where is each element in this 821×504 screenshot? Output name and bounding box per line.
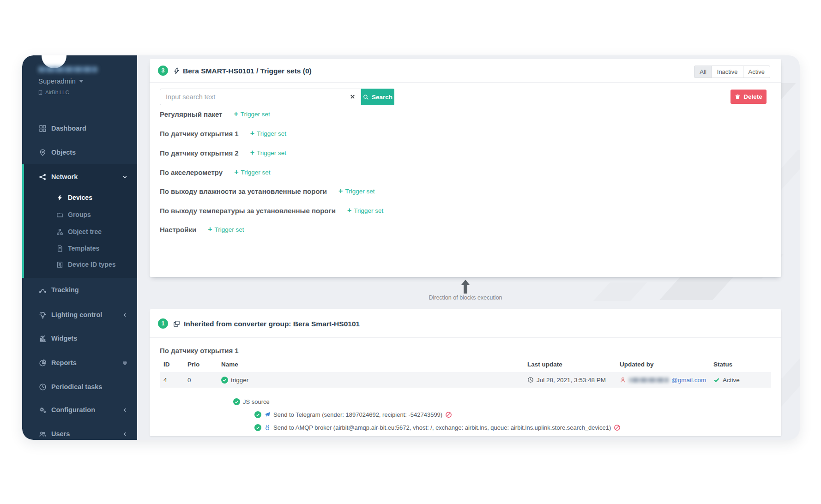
filter-inactive-button[interactable]: Inactive [712, 66, 743, 78]
sidebar-item-device-id-types[interactable]: Device ID types [22, 259, 137, 270]
chevron-left-icon [122, 431, 128, 437]
gears-icon [38, 406, 47, 414]
caret-down-icon [79, 80, 84, 83]
trigger-group-row: По выходу температуры за установленные п… [160, 205, 383, 216]
add-trigger-set-link[interactable]: +Trigger set [208, 226, 244, 233]
col-header-status: Status [710, 361, 771, 368]
trigger-group-name: По выходу влажности за установленные пор… [160, 187, 327, 195]
clock-icon [38, 383, 47, 391]
search-field-wrap [160, 89, 361, 105]
sidebar-item-label: Groups [68, 211, 91, 218]
company-label: AirBit LLC [45, 90, 69, 95]
prohibit-icon[interactable] [614, 424, 621, 431]
trigger-group-row: По датчику открытия 2 +Trigger set [160, 148, 286, 158]
sidebar-item-label: Templates [68, 245, 99, 252]
document-icon [55, 244, 64, 252]
col-header-name: Name [217, 361, 524, 368]
add-trigger-set-link[interactable]: +Trigger set [234, 168, 270, 176]
add-trigger-set-link[interactable]: +Trigger set [250, 149, 286, 156]
plus-icon: + [234, 168, 238, 176]
pie-chart-icon [38, 359, 47, 367]
sidebar-item-lighting-control[interactable]: Lighting control [22, 309, 137, 320]
trigger-group-name: Регулярный пакет [160, 110, 222, 118]
amqp-action-row: Send to AMQP broker (airbit@amqp.air-bit… [254, 423, 621, 432]
cell-id: 4 [160, 377, 184, 384]
cell-prio: 0 [184, 377, 217, 384]
dashboard-icon [38, 124, 47, 132]
cell-status: Active [710, 377, 771, 384]
col-header-updated-by: Updated by [616, 361, 710, 368]
execution-caption: Direction of blocks execution [150, 294, 781, 301]
sidebar-item-label: Widgets [51, 335, 77, 342]
trigger-group-row: По выходу влажности за установленные пор… [160, 186, 374, 196]
sidebar-item-configuration[interactable]: Configuration [22, 404, 137, 415]
delete-button[interactable]: Delete [730, 90, 767, 104]
sidebar-item-devices[interactable]: Devices [22, 192, 137, 203]
converter-group-icon [173, 320, 180, 327]
network-icon [38, 173, 47, 181]
clear-search-icon[interactable] [349, 93, 356, 100]
table-row[interactable]: 4 0 trigger Jul 28, 2021, 3:53:48 PM @gm… [160, 372, 771, 388]
col-header-last-update: Last update [524, 361, 616, 368]
plus-icon: + [347, 207, 351, 214]
sidebar-item-templates[interactable]: Templates [22, 243, 137, 254]
trigger-group-name: Настройки [160, 226, 196, 234]
sidebar-item-network[interactable]: Network [22, 171, 137, 182]
step-badge: 1 [158, 318, 168, 329]
role-label: Superadmin [38, 77, 76, 85]
trigger-group-name: По датчику открытия 2 [160, 149, 239, 157]
trigger-group-name: По выходу температуры за установленные п… [160, 207, 336, 215]
table-header: ID Prio Name Last update Updated by Stat… [160, 357, 771, 371]
folder-icon [55, 210, 64, 219]
sidebar-item-tracking[interactable]: Tracking [22, 284, 137, 295]
sidebar-item-users[interactable]: Users [22, 428, 137, 439]
sidebar-item-label: Device ID types [68, 261, 116, 268]
divider [150, 82, 781, 83]
filter-all-button[interactable]: All [694, 66, 712, 78]
amqp-action-label: Send to AMQP broker (airbit@amqp.air-bit… [273, 424, 611, 431]
check-circle-icon [221, 377, 228, 384]
search-button-label: Search [372, 94, 392, 101]
cell-updated-by: @gmail.com [616, 377, 710, 384]
sidebar-item-object-tree[interactable]: Object tree [22, 226, 137, 237]
search-button[interactable]: Search [361, 89, 394, 105]
add-trigger-set-link[interactable]: +Trigger set [338, 187, 374, 195]
trash-icon [735, 94, 741, 100]
clock-icon [527, 377, 534, 383]
sidebar-item-dashboard[interactable]: Dashboard [22, 123, 137, 134]
search-input[interactable] [160, 89, 361, 105]
sidebar-item-objects[interactable]: Objects [22, 147, 137, 158]
sidebar-item-reports[interactable]: Reports [22, 357, 137, 368]
step-badge: 3 [158, 66, 168, 76]
sidebar-item-label: Periodical tasks [51, 383, 102, 390]
heart-icon[interactable] [122, 360, 128, 366]
status-filter-group: All Inactive Active [694, 66, 770, 78]
sidebar-item-periodical-tasks[interactable]: Periodical tasks [22, 381, 137, 392]
inherited-triggers-panel: 1 Inherited from converter group: Вега S… [150, 309, 781, 436]
telegram-action-label: Send to Telegram (sender: 1897024692, re… [273, 411, 442, 418]
trigger-group-name: По датчику открытия 1 [160, 130, 239, 138]
add-trigger-set-link[interactable]: +Trigger set [250, 130, 286, 137]
execution-direction: Direction of blocks execution [150, 277, 781, 309]
check-circle-icon [254, 424, 261, 431]
plus-icon: + [208, 226, 212, 233]
check-icon [713, 377, 720, 383]
plus-icon: + [250, 130, 254, 137]
role-dropdown[interactable]: Superadmin [38, 77, 84, 85]
trigger-group-row: По акселерометру +Trigger set [160, 167, 271, 177]
sidebar-item-label: Configuration [51, 406, 95, 414]
sidebar-item-label: Network [51, 173, 78, 180]
sidebar-item-groups[interactable]: Groups [22, 209, 137, 220]
email-link[interactable]: @gmail.com [671, 377, 706, 384]
prohibit-icon[interactable] [445, 411, 452, 418]
delete-button-label: Delete [743, 93, 762, 100]
sidebar-item-widgets[interactable]: Widgets [22, 333, 137, 344]
chevron-down-icon [122, 174, 128, 180]
add-trigger-set-link[interactable]: +Trigger set [234, 110, 270, 118]
sidebar-item-label: Objects [51, 149, 76, 156]
sidebar-item-label: Dashboard [51, 125, 86, 132]
sidebar-item-label: Tracking [51, 286, 79, 294]
search-icon [363, 94, 369, 100]
filter-active-button[interactable]: Active [743, 66, 770, 78]
add-trigger-set-link[interactable]: +Trigger set [347, 207, 383, 214]
